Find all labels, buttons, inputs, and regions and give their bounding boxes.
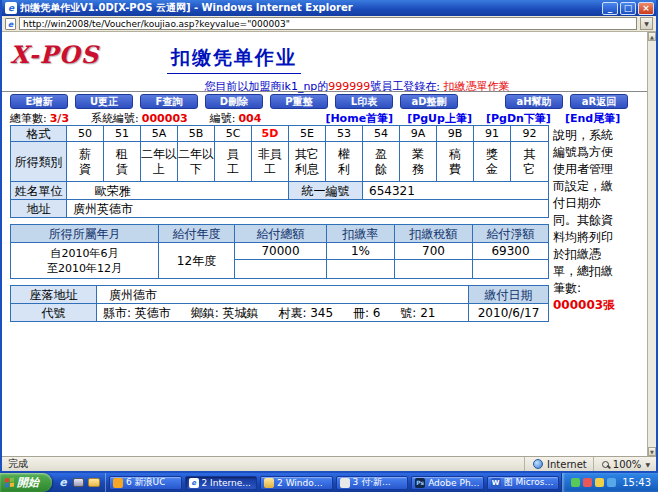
format-option[interactable]: 5A [141, 126, 178, 142]
name-value[interactable]: 歐荣雅 [67, 182, 289, 200]
start-button[interactable]: 開始 [0, 473, 52, 492]
scroll-down-icon[interactable]: ▼ [648, 447, 656, 456]
total-amount-value[interactable]: 70000 [235, 243, 327, 260]
query-button[interactable]: F查詢 [140, 94, 198, 109]
format-option[interactable]: 92 [511, 126, 549, 142]
rate-value[interactable]: 1% [327, 243, 395, 260]
scroll-up-icon[interactable]: ▲ [648, 32, 656, 41]
refresh-button[interactable]: P重整 [270, 94, 328, 109]
vertical-scrollbar[interactable]: ▲ ▼ [647, 32, 656, 456]
category-option[interactable]: 二年以 上 [141, 142, 178, 182]
folder-icon [264, 478, 274, 488]
maximize-button[interactable]: □ [620, 2, 636, 15]
number-value: 號: 21 [400, 306, 435, 320]
return-button[interactable]: aR返回 [570, 94, 628, 109]
format-option[interactable]: 54 [363, 126, 400, 142]
period-header: 所得所屬年月 [11, 225, 159, 243]
format-option[interactable]: 5C [215, 126, 252, 142]
category-option[interactable]: 租 賃 [104, 142, 141, 182]
rate-header: 扣繳率 [327, 225, 395, 243]
total-value: 3/3 [50, 112, 69, 125]
task-buttons: 6 新浪UC e2 Interne... 2 Windows... 3 付·新.… [109, 473, 561, 492]
address-dropdown-button[interactable]: ▼ [640, 17, 653, 30]
print-button[interactable]: L印表 [335, 94, 393, 109]
show-desktop-icon[interactable] [73, 478, 84, 487]
taskbar-item-sina-uc[interactable]: 6 新浪UC [109, 476, 182, 490]
sina-uc-icon [113, 478, 123, 488]
zoom-control[interactable]: 100% ▼ [593, 457, 650, 471]
taskbar-item-photoshop[interactable]: PsAdobe Phot... [411, 476, 484, 490]
batch-delete-button[interactable]: aD整刪 [400, 94, 458, 109]
delete-button[interactable]: D刪除 [205, 94, 263, 109]
empty-cell [235, 260, 327, 279]
format-option[interactable]: 9A [400, 126, 437, 142]
update-button[interactable]: U更正 [75, 94, 133, 109]
ie-logo-icon: e [5, 2, 17, 14]
format-option[interactable]: 51 [104, 126, 141, 142]
uid-value[interactable]: 654321 [363, 182, 549, 200]
close-button[interactable]: × [638, 2, 654, 15]
pgup-prev-link[interactable]: [PgUp上筆] [407, 111, 472, 126]
category-option[interactable]: 二年以 下 [178, 142, 215, 182]
category-option[interactable]: 業 務 [400, 142, 437, 182]
tray-icon[interactable] [607, 478, 616, 487]
category-option[interactable]: 權 利 [326, 142, 363, 182]
add-button[interactable]: E增新 [10, 94, 68, 109]
format-option[interactable]: 5B [178, 126, 215, 142]
zoom-value: 100% [613, 459, 642, 470]
paydate-value[interactable]: 2010/6/17 [469, 304, 549, 322]
code-value[interactable]: 縣市: 英德市 鄉鎮: 英城鎮 村裏: 345 冊: 6 號: 21 [97, 304, 469, 322]
tray-icon[interactable] [571, 478, 580, 487]
format-option[interactable]: 91 [474, 126, 511, 142]
taskbar-item-internet-explorer[interactable]: e2 Interne... [185, 476, 258, 490]
tax-amount-value[interactable]: 700 [395, 243, 473, 260]
system-tray: 15:43 [561, 473, 658, 492]
category-option[interactable]: 獎 金 [474, 142, 511, 182]
end-last-link[interactable]: [End尾筆] [565, 111, 620, 126]
site-value[interactable]: 廣州德市 [97, 286, 469, 304]
tray-icon[interactable] [595, 478, 604, 487]
toolbar-spacer [465, 94, 498, 109]
start-label: 開始 [17, 475, 39, 490]
home-first-link[interactable]: [Home首筆] [325, 111, 393, 126]
address-value[interactable]: 廣州英德市 [67, 200, 549, 218]
format-option-selected[interactable]: 5D [252, 126, 289, 142]
status-bar: 完成 Internet 100% ▼ [2, 456, 656, 471]
quick-launch-folder-icon[interactable] [88, 478, 100, 487]
page-content: X-POS 扣缴凭单作业 您目前以加盟商ik1_np的999999號員工登錄在:… [2, 32, 656, 456]
site-label: 座落地址 [11, 286, 97, 304]
category-option[interactable]: 非員 工 [252, 142, 289, 182]
screen: e 扣缴凭单作业V1.0D[X-POS 云通网] - Windows Inter… [0, 0, 658, 492]
format-option[interactable]: 53 [326, 126, 363, 142]
net-amount-value[interactable]: 69300 [473, 243, 549, 260]
taskbar-item-word[interactable]: W图 Microso... [487, 476, 560, 490]
category-option[interactable]: 其它 利息 [289, 142, 326, 182]
format-option[interactable]: 5E [289, 126, 326, 142]
category-option[interactable]: 薪 資 [67, 142, 104, 182]
voucher-form: 格式 50 51 5A 5B 5C 5D 5E 53 54 9A 9B 91 9… [10, 125, 548, 322]
title-bar[interactable]: e 扣缴凭单作业V1.0D[X-POS 云通网] - Windows Inter… [2, 0, 656, 16]
format-label: 格式 [11, 126, 67, 142]
word-icon: W [491, 478, 501, 488]
category-option[interactable]: 盈 餘 [363, 142, 400, 182]
address-input[interactable]: http://win2008/te/Voucher/koujiao.asp?ke… [19, 17, 637, 30]
format-option[interactable]: 50 [67, 126, 104, 142]
xpos-logo: X-POS [10, 40, 99, 69]
period-value[interactable]: 自2010年6月 至2010年12月 [11, 243, 159, 279]
empty-cell [395, 260, 473, 279]
category-option[interactable]: 其 它 [511, 142, 549, 182]
pgdn-next-link[interactable]: [PgDn下筆] [486, 111, 551, 126]
format-option[interactable]: 9B [437, 126, 474, 142]
pay-year-value[interactable]: 12年度 [159, 243, 235, 279]
taskbar-item-group[interactable]: 3 付·新... [336, 476, 409, 490]
clock: 15:43 [622, 477, 651, 488]
tray-icon[interactable] [583, 478, 592, 487]
quick-launch-ie-icon[interactable]: e [57, 477, 69, 489]
category-option[interactable]: 員 工 [215, 142, 252, 182]
help-button[interactable]: aH幫助 [505, 94, 563, 109]
tax-amount-header: 扣繳稅額 [395, 225, 473, 243]
minimize-button[interactable]: _ [602, 2, 618, 15]
category-option[interactable]: 稿 費 [437, 142, 474, 182]
book-value: 冊: 6 [353, 306, 381, 320]
taskbar-item-windows-explorer[interactable]: 2 Windows... [260, 476, 333, 490]
